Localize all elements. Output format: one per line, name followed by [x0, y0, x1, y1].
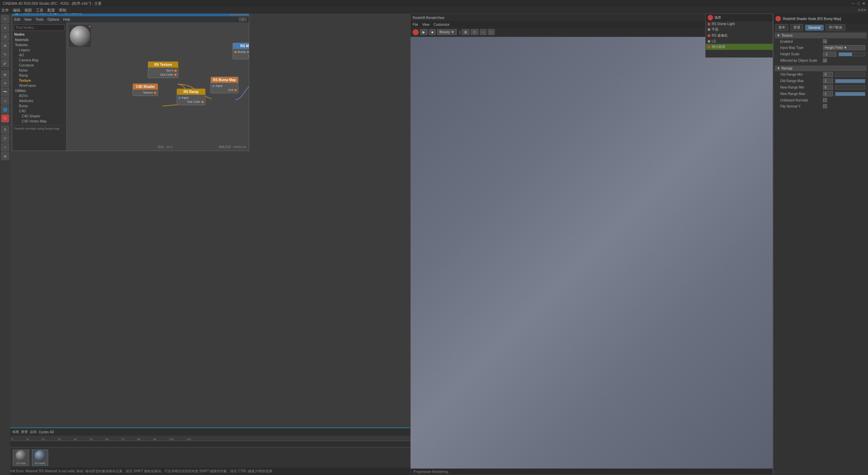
- toolbar-plugin[interactable]: S: [1, 126, 9, 134]
- prop-flip-normal-checkbox[interactable]: [823, 104, 827, 108]
- scene-item-dome-light[interactable]: RS Dome Light: [706, 21, 773, 26]
- toolbar-camera[interactable]: 📷: [1, 88, 9, 96]
- close-btn[interactable]: ✕: [862, 1, 865, 6]
- toolbar-lights[interactable]: ☀: [1, 79, 9, 87]
- port-bump-in[interactable]: Input: [212, 84, 237, 88]
- toolbar-edit[interactable]: ✎: [1, 50, 9, 58]
- remap-section-header[interactable]: ▼ Remap: [775, 65, 867, 71]
- prop-height-scale-value[interactable]: -1: [823, 52, 836, 57]
- prop-old-range-min-value[interactable]: 0: [823, 72, 833, 77]
- port-c4d-texture[interactable]: Texture: [134, 91, 156, 94]
- category-textures[interactable]: Textures: [12, 42, 66, 48]
- sg-maximize-btn[interactable]: ⤢: [239, 17, 247, 21]
- category-utilities[interactable]: Utilities: [12, 88, 66, 93]
- scene-item-plane[interactable]: 平面: [706, 26, 773, 33]
- prop-new-range-max-value[interactable]: 1: [823, 91, 833, 96]
- maximize-btn[interactable]: □: [857, 1, 860, 6]
- subcategory-c4d-vertex[interactable]: C4D Vertex Map: [12, 119, 66, 124]
- prop-new-range-min-bar[interactable]: [835, 86, 865, 90]
- subcategory-legacy[interactable]: Legacy: [12, 48, 66, 53]
- menu-tools[interactable]: 工具: [36, 8, 43, 13]
- menu-help[interactable]: 帮助: [59, 8, 66, 13]
- menu-config[interactable]: 配置: [47, 8, 55, 13]
- close-preview[interactable]: ✕: [88, 25, 91, 28]
- render-stop-btn[interactable]: ■: [429, 29, 436, 35]
- material-rs-mate[interactable]: RS Mate: [32, 450, 48, 466]
- prop-affected-checkbox[interactable]: ✓: [823, 58, 827, 62]
- timeline-tab-anim[interactable]: 动画: [12, 430, 19, 434]
- port-out-color-rs-mat[interactable]: Out Color: [234, 54, 249, 58]
- prop-old-range-max-bar[interactable]: [835, 79, 865, 83]
- port-ramp-input[interactable]: Input: [178, 96, 204, 99]
- subcategory-wireframe[interactable]: WireFrame: [12, 83, 66, 88]
- prop-new-range-min-value[interactable]: 0: [823, 85, 833, 90]
- toolbar-render[interactable]: R: [1, 114, 9, 122]
- minimize-btn[interactable]: ─: [852, 1, 855, 6]
- menu-file[interactable]: 文件: [1, 8, 9, 13]
- prop-old-range-min-bar[interactable]: [835, 73, 865, 77]
- toolbar-select[interactable]: ↖: [1, 15, 9, 23]
- render-grid-btn[interactable]: ⊞: [462, 29, 469, 35]
- node-rs-material[interactable]: RS Material Bump Input Out Color: [233, 43, 249, 59]
- subcategory-texture[interactable]: Texture: [12, 78, 66, 83]
- toolbar-grid[interactable]: ⊞: [1, 152, 9, 160]
- toolbar-paint[interactable]: 🖌: [1, 59, 9, 67]
- prop-old-range-max-value[interactable]: 1: [823, 78, 833, 83]
- port-tex0[interactable]: Tex 0: [150, 69, 177, 72]
- subcategory-camera-map[interactable]: Camera Map: [12, 58, 66, 63]
- scene-item-ls[interactable]: LS: [706, 39, 773, 44]
- toolbar-move[interactable]: ✦: [1, 24, 9, 32]
- material-rs-mat[interactable]: RS Mat: [13, 450, 29, 466]
- toolbar-rotate[interactable]: ↺: [1, 33, 9, 41]
- render-quality-dropdown[interactable]: Beauty ▼: [437, 29, 457, 35]
- toolbar-scene[interactable]: 🌐: [1, 106, 9, 114]
- render-region-btn[interactable]: □: [488, 29, 495, 35]
- tab-normal[interactable]: 普通: [790, 24, 803, 31]
- texture-section-header[interactable]: ▼ Texture: [775, 33, 867, 38]
- subcategory-ao[interactable]: AO: [12, 53, 66, 58]
- toolbar-scale[interactable]: ⊕: [1, 41, 9, 50]
- node-c4d-shader[interactable]: C4D Shader Texture: [133, 83, 158, 96]
- graph-canvas[interactable]: ✕ RS Material: [66, 22, 249, 151]
- subcategory-curvature[interactable]: Curvature: [12, 63, 66, 68]
- subcategory-aovs[interactable]: AOVs: [12, 93, 66, 98]
- sg-menu-edit[interactable]: Edit: [14, 18, 20, 21]
- tab-basic[interactable]: 基本: [775, 24, 788, 31]
- sg-menu-help[interactable]: Help: [63, 18, 71, 21]
- sg-menu-options[interactable]: Options: [47, 18, 59, 21]
- prop-new-range-max-bar[interactable]: [835, 92, 865, 96]
- subcategory-c4d[interactable]: C4D: [12, 109, 66, 114]
- subcategory-noise[interactable]: Noise: [12, 68, 66, 73]
- port-bump-out[interactable]: Out: [212, 88, 237, 92]
- render-menu-view[interactable]: View: [422, 23, 430, 26]
- port-bump-input[interactable]: Bump Input: [234, 50, 249, 54]
- subcategory-bump[interactable]: Bump: [12, 103, 66, 109]
- node-rs-ramp[interactable]: RS Ramp Input Out Color: [177, 89, 205, 105]
- prop-height-scale-bar[interactable]: [839, 52, 865, 56]
- subcategory-attributes[interactable]: Attributes: [12, 98, 66, 103]
- menu-view[interactable]: 视图: [24, 8, 32, 13]
- prop-enabled-checkbox[interactable]: ✓: [823, 39, 827, 43]
- category-materials[interactable]: Materials: [12, 37, 66, 42]
- render-play-btn[interactable]: ▶: [420, 29, 428, 35]
- subcategory-c4d-shader[interactable]: C4D Shader: [12, 114, 66, 119]
- timeline-tab-deform[interactable]: 形变: [21, 430, 28, 434]
- node-search-input[interactable]: [14, 24, 65, 31]
- node-rs-texture[interactable]: RS Texture Tex 0 Out Color: [148, 61, 178, 78]
- render-circle-btn[interactable]: ○: [480, 29, 487, 35]
- timeline-tab-cycles[interactable]: Cycles 4D: [39, 430, 54, 434]
- toolbar-anim[interactable]: ⏱: [1, 134, 9, 142]
- scene-item-camera[interactable]: RS 摄像机: [706, 33, 773, 39]
- subcategory-ramp[interactable]: Ramp: [12, 73, 66, 78]
- port-out-color-texture[interactable]: Out Color: [150, 73, 177, 76]
- toolbar-deform[interactable]: ⬡: [1, 97, 9, 105]
- prop-unbiased-checkbox[interactable]: [823, 98, 827, 102]
- prop-input-map-dropdown[interactable]: Height Field ▼: [823, 45, 865, 50]
- toolbar-objects[interactable]: ◈: [1, 70, 9, 78]
- render-frame-btn[interactable]: ⬡: [471, 29, 478, 35]
- render-menu-customize[interactable]: Customize: [434, 23, 450, 26]
- menu-edit[interactable]: 编辑: [13, 8, 20, 13]
- sg-menu-tools[interactable]: Tools: [36, 18, 43, 21]
- toolbar-fx[interactable]: ✧: [1, 143, 9, 151]
- timeline-tab-motion[interactable]: 运动: [30, 430, 37, 434]
